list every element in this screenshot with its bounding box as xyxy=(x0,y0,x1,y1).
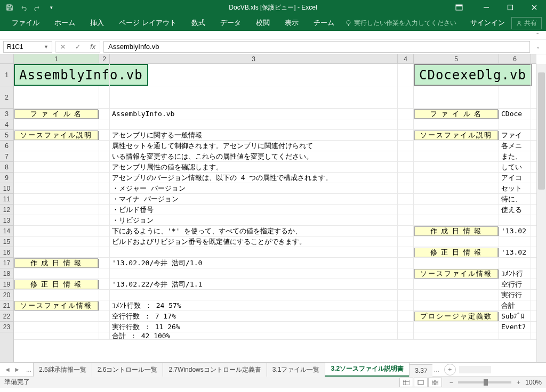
zoom-in-button[interactable]: + xyxy=(515,379,522,386)
cell[interactable] xyxy=(398,290,414,300)
cell[interactable] xyxy=(14,332,99,339)
row-header[interactable]: 10 xyxy=(0,183,13,194)
tab-insert[interactable]: 挿入 xyxy=(83,15,111,31)
sheet-tab[interactable]: 3.1ファイル一覧 xyxy=(267,363,326,377)
qat-customize-button[interactable]: ▾ xyxy=(45,2,58,13)
cell[interactable]: ビルドおよびリビジョン番号を既定値にすることができます。 xyxy=(110,236,398,247)
page-layout-view-button[interactable] xyxy=(414,378,428,387)
row-header[interactable]: 21 xyxy=(0,300,13,311)
cell[interactable]: Eventﾌ xyxy=(499,322,531,332)
cell[interactable] xyxy=(414,215,499,225)
cell[interactable]: 特に、 xyxy=(499,194,531,204)
cell[interactable] xyxy=(99,300,110,311)
cell[interactable]: 修 正 日 情 報 xyxy=(414,247,499,257)
cell[interactable] xyxy=(99,194,110,204)
select-all-corner[interactable] xyxy=(0,54,14,64)
cell[interactable] xyxy=(99,279,110,289)
cell[interactable] xyxy=(99,311,110,321)
horizontal-scrollbar[interactable] xyxy=(459,366,491,373)
cell[interactable] xyxy=(99,119,110,129)
cell[interactable]: アセンブリに関する一般情報 xyxy=(110,130,398,140)
cell[interactable]: 合計 xyxy=(499,300,531,311)
row-header[interactable]: 5 xyxy=(0,130,13,141)
cell[interactable] xyxy=(398,311,414,321)
normal-view-button[interactable] xyxy=(399,378,413,387)
column-header[interactable]: 3 xyxy=(110,54,398,63)
row-header[interactable]: 11 xyxy=(0,194,13,205)
cell[interactable] xyxy=(99,173,110,183)
cell[interactable] xyxy=(499,236,531,247)
cell[interactable]: フ ァ イ ル 名 xyxy=(414,109,499,119)
cell[interactable] xyxy=(499,119,531,129)
cell[interactable] xyxy=(14,205,99,215)
cell[interactable] xyxy=(99,205,110,215)
expand-formula-bar-button[interactable]: ⌄ xyxy=(533,44,543,50)
cell[interactable] xyxy=(99,226,110,236)
cell[interactable]: '13.02.20/今井 浩司/1.0 xyxy=(110,258,398,268)
cell[interactable]: 作 成 日 情 報 xyxy=(14,258,99,268)
tab-home[interactable]: ホーム xyxy=(47,15,83,31)
row-header[interactable]: 16 xyxy=(0,247,13,258)
cell[interactable] xyxy=(99,130,110,140)
cell[interactable]: ｺﾒﾝﾄ行数 ： 24 57% xyxy=(110,300,398,311)
cell[interactable] xyxy=(110,119,398,129)
sheet-nav-next-button[interactable]: ► xyxy=(13,366,21,373)
cell[interactable]: いる情報を変更するには、これらの属性値を変更してください。 xyxy=(110,151,398,161)
sheet-nav-ellipsis[interactable]: ... xyxy=(25,366,33,373)
cell[interactable] xyxy=(14,311,99,321)
cell[interactable]: 属性セットを通して制御されます。アセンブリに関連付けられて xyxy=(110,141,398,151)
cell[interactable] xyxy=(110,247,398,257)
cell[interactable]: 使える xyxy=(499,205,531,215)
cell[interactable] xyxy=(14,119,99,129)
sheet-tab[interactable]: 2.5継承情報一覧 xyxy=(33,363,92,377)
page-break-view-button[interactable] xyxy=(428,378,442,387)
cell[interactable] xyxy=(398,130,414,140)
cell[interactable]: 実行行数 ： 11 26% xyxy=(110,322,398,332)
zoom-out-button[interactable]: − xyxy=(447,379,455,386)
cell[interactable] xyxy=(398,151,414,161)
cell[interactable] xyxy=(414,279,499,289)
cell[interactable] xyxy=(99,236,110,247)
cell[interactable] xyxy=(398,258,414,268)
cell[interactable] xyxy=(99,332,110,339)
tab-file[interactable]: ファイル xyxy=(4,15,47,31)
ribbon-display-options-button[interactable] xyxy=(452,0,467,15)
undo-button[interactable] xyxy=(17,2,30,13)
tab-formulas[interactable]: 数式 xyxy=(184,15,213,31)
tell-me-search[interactable]: 実行したい作業を入力してください xyxy=(345,19,456,28)
sheet-tab[interactable]: 2.6コントロール一覧 xyxy=(92,363,164,377)
row-header[interactable]: 7 xyxy=(0,151,13,162)
cell[interactable]: 各メニ xyxy=(499,141,531,151)
cell[interactable] xyxy=(99,215,110,225)
zoom-level[interactable]: 100% xyxy=(525,379,542,386)
cell[interactable] xyxy=(99,64,110,86)
cell[interactable] xyxy=(414,183,499,193)
name-box[interactable]: R1C1 ▼ xyxy=(3,41,52,53)
cell[interactable] xyxy=(499,258,531,268)
cell[interactable] xyxy=(414,119,499,129)
cell[interactable]: また、 xyxy=(499,151,531,161)
sheet-tab-active[interactable]: 3.2ソースファイル説明書 xyxy=(325,363,410,377)
row-header[interactable]: 2 xyxy=(0,86,13,109)
cell[interactable]: 作 成 日 情 報 xyxy=(414,226,499,236)
row-header[interactable]: 4 xyxy=(0,119,13,130)
cell[interactable] xyxy=(99,247,110,257)
cell[interactable]: ソースファイル説明 xyxy=(414,130,499,140)
cell[interactable] xyxy=(14,290,99,300)
cell[interactable] xyxy=(398,141,414,151)
cell[interactable] xyxy=(398,332,414,339)
cell[interactable] xyxy=(499,215,531,225)
tab-view[interactable]: 表示 xyxy=(277,15,306,31)
cell[interactable] xyxy=(99,258,110,268)
cell[interactable] xyxy=(110,64,398,86)
close-button[interactable] xyxy=(522,0,546,15)
cell[interactable] xyxy=(14,226,99,236)
cells[interactable]: AssemblyInfo.vb CDocexeDlg.vb フ ァ イ ル 名 … xyxy=(14,64,536,362)
cell[interactable] xyxy=(414,151,499,161)
cell[interactable] xyxy=(14,268,99,279)
cell[interactable] xyxy=(398,226,414,236)
tab-page-layout[interactable]: ページ レイアウト xyxy=(111,15,184,31)
cell[interactable] xyxy=(14,322,99,332)
cell[interactable]: ソースファイル情報 xyxy=(414,268,499,279)
cell[interactable] xyxy=(99,322,110,332)
